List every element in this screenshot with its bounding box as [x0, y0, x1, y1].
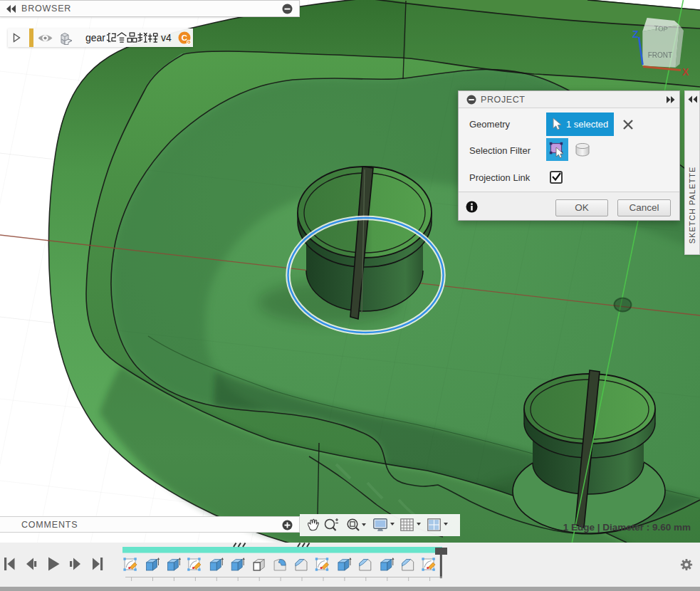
- svg-text:Z: Z: [632, 28, 639, 40]
- svg-text:TOP: TOP: [654, 24, 668, 33]
- svg-text:C: C: [182, 33, 187, 42]
- svg-text:FRONT: FRONT: [648, 51, 672, 59]
- svg-text:v4: v4: [161, 32, 172, 43]
- svg-text:gear: gear: [85, 32, 105, 43]
- svg-text:X: X: [682, 66, 689, 78]
